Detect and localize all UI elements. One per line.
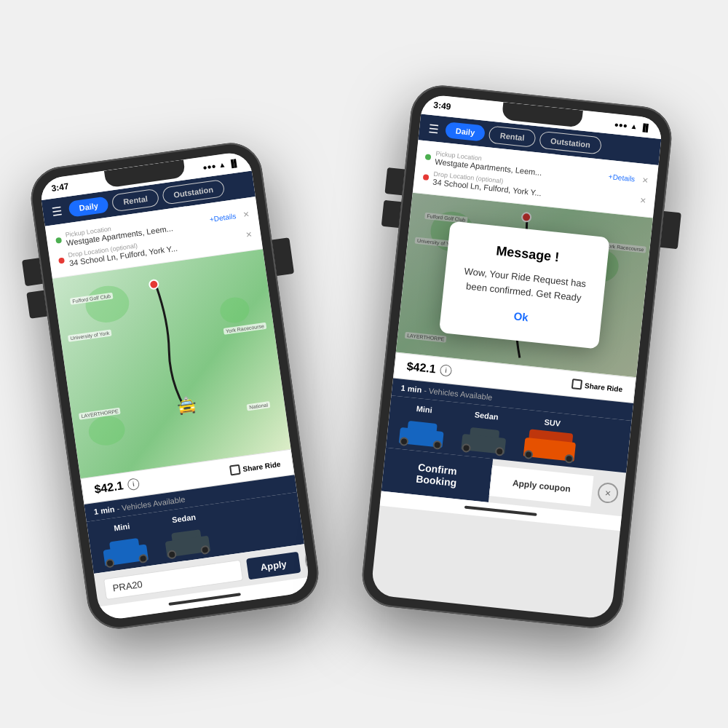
vehicle-sedan-label-left: Sedan bbox=[171, 513, 196, 524]
hamburger-icon-right[interactable]: ☰ bbox=[427, 121, 439, 135]
share-ride-label-right: Share Ride bbox=[585, 381, 623, 392]
phone-right: 3:49 ▲ ●●● ▲ ▐▌ ☰ Daily Rental Outstatio… bbox=[359, 82, 674, 631]
vehicles-time-left: 1 min bbox=[93, 505, 115, 516]
tab-daily-left[interactable]: Daily bbox=[68, 196, 109, 217]
wifi-icon-right: ▲ bbox=[630, 122, 638, 130]
share-ride-checkbox-left[interactable] bbox=[229, 464, 241, 476]
vol-down-btn-right[interactable] bbox=[381, 200, 402, 228]
tab-outstation-right[interactable]: Outstation bbox=[539, 131, 602, 155]
vol-up-btn[interactable] bbox=[22, 258, 43, 286]
vehicle-suv-label-right: SUV bbox=[544, 417, 561, 427]
battery-icon-right: ▐▌ bbox=[640, 123, 651, 132]
map-route-svg bbox=[52, 249, 291, 478]
dialog-ok-btn[interactable]: Ok bbox=[513, 309, 529, 323]
dialog-title: Message ! bbox=[462, 240, 593, 269]
power-btn-right[interactable] bbox=[660, 211, 681, 249]
vehicle-suv-car-right bbox=[520, 427, 581, 462]
share-ride-left: Share Ride bbox=[229, 459, 282, 476]
share-ride-label-left: Share Ride bbox=[242, 459, 281, 472]
tab-rental-right[interactable]: Rental bbox=[488, 125, 537, 148]
price-value-left: $42.1 bbox=[94, 479, 124, 496]
pickup-dot-left bbox=[55, 237, 62, 244]
vehicle-suv-right[interactable]: SUV bbox=[520, 415, 582, 462]
wifi-icon: ▲ bbox=[218, 160, 226, 169]
info-icon-left[interactable]: i bbox=[127, 478, 140, 491]
car-icon-left: 🚖 bbox=[175, 395, 197, 416]
status-time-left: 3:47 bbox=[51, 181, 70, 194]
drop-close-right[interactable]: × bbox=[639, 194, 646, 207]
drop-close-left[interactable]: × bbox=[245, 228, 253, 240]
apply-coupon-btn[interactable]: Apply coupon bbox=[488, 465, 593, 506]
status-icons-right: ●●● ▲ ▐▌ bbox=[614, 120, 651, 132]
details-link-left[interactable]: +Details bbox=[209, 212, 237, 223]
vehicle-mini-right[interactable]: Mini bbox=[395, 402, 450, 448]
vol-up-btn-right[interactable] bbox=[384, 167, 405, 195]
map-area-right: Fulford Golf Club University of York LAY… bbox=[396, 193, 653, 377]
coupon-close-left[interactable]: × bbox=[304, 551, 311, 569]
status-icons-left: ●●● ▲ ▐▌ bbox=[202, 158, 240, 171]
vehicles-time-right: 1 min bbox=[400, 384, 422, 395]
signal-icon-right: ●●● bbox=[614, 120, 628, 130]
signal-icon: ●●● bbox=[202, 162, 216, 171]
battery-icon: ▐▌ bbox=[228, 158, 240, 167]
vehicle-sedan-right[interactable]: Sedan bbox=[457, 408, 512, 454]
vehicle-mini-label-right: Mini bbox=[416, 404, 432, 414]
right-screen: 3:49 ▲ ●●● ▲ ▐▌ ☰ Daily Rental Outstatio… bbox=[371, 94, 664, 620]
home-bar-right bbox=[464, 506, 537, 516]
vehicle-mini-car-left bbox=[98, 531, 152, 566]
confirm-close-btn[interactable]: × bbox=[597, 482, 620, 505]
map-area-left: Fulford Golf Club University of York LAY… bbox=[52, 249, 291, 478]
phone-left: 3:47 ●●● ▲ ▐▌ ☰ Daily Rental Outstation bbox=[27, 139, 323, 633]
pickup-close-left[interactable]: × bbox=[242, 208, 250, 221]
share-ride-checkbox-right[interactable] bbox=[571, 379, 582, 389]
share-ride-right: Share Ride bbox=[571, 379, 623, 394]
vehicle-mini-left[interactable]: Mini bbox=[96, 519, 152, 566]
tab-outstation-left[interactable]: Outstation bbox=[162, 179, 226, 205]
dialog-box: Message ! Wow, Your Ride Request has bee… bbox=[439, 221, 610, 349]
hamburger-icon-left[interactable]: ☰ bbox=[51, 204, 63, 219]
details-link-right[interactable]: +Details bbox=[608, 172, 635, 183]
scene: 3:47 ●●● ▲ ▐▌ ☰ Daily Rental Outstation bbox=[36, 36, 692, 692]
home-bar-left bbox=[168, 593, 241, 606]
status-time-right: 3:49 bbox=[433, 100, 451, 111]
tab-daily-right[interactable]: Daily bbox=[445, 122, 486, 142]
left-screen: 3:47 ●●● ▲ ▐▌ ☰ Daily Rental Outstation bbox=[39, 151, 311, 622]
dialog-message: Wow, Your Ride Request has been confirme… bbox=[458, 264, 591, 306]
vehicle-sedan-left[interactable]: Sedan bbox=[158, 510, 214, 558]
info-icon-right[interactable]: i bbox=[440, 364, 453, 377]
vehicle-sedan-car-right bbox=[457, 420, 511, 454]
power-btn-left[interactable] bbox=[272, 237, 294, 276]
map-pin-start-left bbox=[148, 279, 159, 290]
pickup-dot-right bbox=[425, 154, 432, 160]
drop-dot-left bbox=[58, 257, 65, 264]
vehicle-sedan-car-left bbox=[159, 522, 214, 558]
vehicle-mini-car-right bbox=[395, 414, 449, 448]
pickup-close-right[interactable]: × bbox=[641, 174, 649, 186]
vehicle-sedan-label-right: Sedan bbox=[474, 410, 499, 421]
price-value-right: $42.1 bbox=[406, 360, 437, 376]
vol-down-btn[interactable] bbox=[26, 290, 47, 319]
apply-btn-left[interactable]: Apply bbox=[246, 552, 301, 580]
dialog-overlay: Message ! Wow, Your Ride Request has bee… bbox=[396, 193, 653, 377]
tab-rental-left[interactable]: Rental bbox=[111, 189, 159, 213]
drop-dot-right bbox=[423, 174, 430, 181]
vehicle-mini-label-left: Mini bbox=[114, 522, 130, 533]
